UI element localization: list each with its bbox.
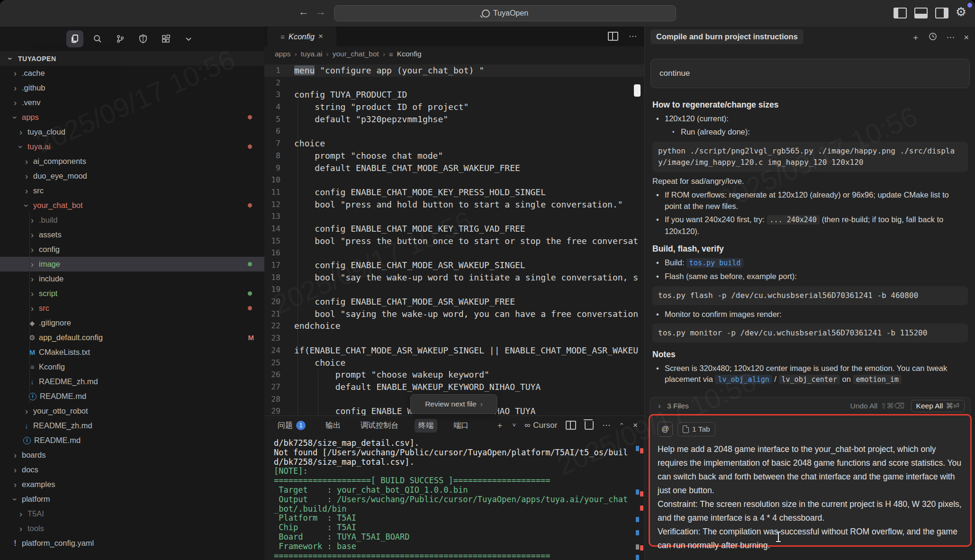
code-line-3[interactable]: 3config TUYA_PRODUCT_ID — [264, 89, 644, 101]
tree-item-.venv[interactable]: ›.venv — [0, 95, 264, 110]
tree-item-T5AI[interactable]: ›T5AI — [0, 506, 264, 521]
workspace-root-row[interactable]: › TUYAOPEN — [0, 51, 264, 66]
code-line-25[interactable]: 25 choice — [264, 357, 644, 369]
chat-input-text[interactable]: Help me add a 2048 game interface to the… — [658, 443, 963, 552]
code-line-10[interactable]: 10 — [264, 174, 644, 186]
code-line-24[interactable]: 24if(ENABLE_CHAT_MODE_ASR_WAKEUP_SINGEL … — [264, 344, 644, 357]
code-line-16[interactable]: 16 — [264, 247, 644, 259]
tree-item-your_chat_bot[interactable]: ›your_chat_bot — [0, 198, 264, 213]
toggle-secondary-sidebar-icon[interactable] — [935, 8, 948, 18]
split-terminal-icon[interactable] — [566, 421, 576, 430]
tree-item-CMakeLists.txt[interactable]: MCMakeLists.txt — [0, 345, 264, 360]
review-next-file-button[interactable]: Review next file › — [410, 394, 497, 414]
code-line-19[interactable]: 19 — [264, 283, 644, 296]
code-line-7[interactable]: 7choice — [264, 137, 644, 150]
panel-tab-问题[interactable]: 问题1 — [274, 419, 309, 433]
tree-item-ai_components[interactable]: ›ai_components — [0, 154, 264, 169]
code-line-18[interactable]: 18 bool "say the wake-up word to initiat… — [264, 271, 644, 284]
tree-item-tools[interactable]: ›tools — [0, 521, 264, 536]
history-clock-icon[interactable] — [929, 32, 937, 43]
shield-icon[interactable] — [135, 30, 152, 47]
code-line-23[interactable]: 23 — [264, 332, 644, 344]
files-count-label[interactable]: 3 Files — [667, 402, 689, 410]
tree-item-image[interactable]: ›image — [0, 257, 264, 271]
panel-more-actions-icon[interactable]: ⋯ — [602, 420, 610, 430]
panel-tab-调试控制台[interactable]: 调试控制台 — [357, 419, 402, 433]
cursor-terminal-label[interactable]: ∞ Cursor — [524, 421, 557, 430]
tree-item-tuya_cloud[interactable]: ›tuya_cloud — [0, 125, 264, 139]
undo-all-button[interactable]: Undo All⇧⌘⌫ — [850, 402, 904, 410]
tree-item-docs[interactable]: ›docs — [0, 462, 264, 477]
code-line-11[interactable]: 11 config ENABLE_CHAT_MODE_KEY_PRESS_HOL… — [264, 186, 644, 199]
settings-gear-icon[interactable]: ⚙ — [956, 5, 966, 19]
tree-item-platform[interactable]: ›platform — [0, 492, 264, 506]
code-line-4[interactable]: 4 string "product ID of project" — [264, 101, 644, 113]
tree-item-assets[interactable]: ›assets — [0, 227, 264, 242]
tree-item-RAEDME_zh.md[interactable]: ↓RAEDME_zh.md — [0, 374, 264, 389]
code-line-22[interactable]: 22endchoice — [264, 320, 644, 332]
tree-item-app_default.config[interactable]: ⚙app_default.configM — [0, 330, 264, 345]
chat-input-box[interactable]: @ 1 Tab Help me add a 2048 game interfac… — [649, 414, 972, 547]
panel-tab-端口[interactable]: 端口 — [450, 419, 472, 433]
code-editor[interactable]: 1menu "configure app (your_chat_bot) "23… — [264, 62, 644, 415]
tree-item-.cache[interactable]: ›.cache — [0, 66, 264, 81]
code-line-27[interactable]: 27 default ENABLE_WAKEUP_KEYWORD_NIHAO_T… — [264, 381, 644, 393]
code-line-17[interactable]: 17 config ENABLE_CHAT_MODE_ASR_WAKEUP_SI… — [264, 259, 644, 271]
tree-item-.gitignore[interactable]: ◆.gitignore — [0, 316, 264, 330]
tree-item-apps[interactable]: ›apps — [0, 110, 264, 125]
search-view-icon[interactable] — [89, 30, 106, 47]
code-line-1[interactable]: 1menu "configure app (your_chat_bot) " — [264, 64, 644, 77]
split-editor-icon[interactable] — [608, 32, 618, 41]
panel-tab-输出[interactable]: 输出 — [322, 419, 344, 433]
tree-item-.github[interactable]: ›.github — [0, 81, 264, 95]
code-line-8[interactable]: 8 prompt "choose chat mode" — [264, 150, 644, 162]
code-line-26[interactable]: 26 prompt "choose wakeup keyword" — [264, 369, 644, 381]
chat-title-chip[interactable]: Compile and burn project instructions — [650, 29, 803, 44]
code-line-21[interactable]: 21 bool "saying the wake-up word, you ca… — [264, 308, 644, 320]
maximize-panel-icon[interactable]: ⌃ — [619, 422, 624, 429]
tree-item-src[interactable]: ›src — [0, 301, 264, 316]
chevron-right-icon[interactable]: › — [656, 402, 663, 410]
tree-item-.build[interactable]: ›.build — [0, 213, 264, 227]
tree-item-examples[interactable]: ›examples — [0, 477, 264, 492]
close-panel-icon[interactable]: × — [633, 421, 638, 430]
code-line-6[interactable]: 6 — [264, 125, 644, 137]
tree-item-platform_config.yaml[interactable]: !platform_config.yaml — [0, 536, 264, 551]
tree-item-Kconfig[interactable]: ≡Kconfig — [0, 360, 264, 374]
nav-forward-icon[interactable]: → — [314, 6, 328, 18]
source-control-icon[interactable] — [112, 30, 129, 47]
editor-more-actions-icon[interactable]: ⋯ — [629, 31, 637, 41]
new-chat-icon[interactable]: ＋ — [911, 32, 920, 43]
new-terminal-icon[interactable]: ＋ — [496, 420, 504, 431]
code-line-13[interactable]: 13 — [264, 210, 644, 223]
tree-item-include[interactable]: ›include — [0, 271, 264, 286]
terminal-dropdown-chevron-icon[interactable]: ˅ — [513, 422, 516, 429]
code-line-20[interactable]: 20 config ENABLE_CHAT_MODE_ASR_WAKEUP_FR… — [264, 296, 644, 308]
explorer-icon[interactable] — [66, 30, 83, 47]
code-line-5[interactable]: 5 default "p320pepzvmm1ghse" — [264, 113, 644, 126]
extensions-icon[interactable] — [157, 30, 174, 47]
breadcrumb-item[interactable]: tuya.ai — [301, 50, 323, 58]
keep-all-button[interactable]: Keep All⌘⏎ — [911, 400, 965, 412]
tree-item-src[interactable]: ›src — [0, 183, 264, 198]
chat-more-actions-icon[interactable]: ⋯ — [946, 32, 955, 43]
toggle-panel-icon[interactable] — [914, 8, 928, 18]
code-line-12[interactable]: 12 bool "press and hold button to start … — [264, 199, 644, 211]
tree-item-README.md[interactable]: iREADME.md — [0, 389, 264, 404]
code-line-2[interactable]: 2 — [264, 77, 644, 89]
close-tab-icon[interactable]: × — [318, 32, 323, 41]
more-views-chevron-icon[interactable] — [180, 30, 197, 47]
tree-item-script[interactable]: ›script — [0, 286, 264, 301]
panel-tab-终端[interactable]: 终端 — [415, 419, 437, 433]
code-line-9[interactable]: 9 default ENABLE_CHAT_MODE_ASR_WAKEUP_FR… — [264, 162, 644, 174]
context-tab-chip[interactable]: 1 Tab — [677, 422, 715, 436]
code-line-15[interactable]: 15 bool "press the button once to start … — [264, 235, 644, 247]
tree-item-duo_eye_mood[interactable]: ›duo_eye_mood — [0, 169, 264, 183]
tree-item-README.md[interactable]: iREADME.md — [0, 433, 264, 448]
tab-kconfig[interactable]: ≡ Kconfig × — [267, 27, 336, 46]
tree-item-config[interactable]: ›config — [0, 242, 264, 257]
breadcrumb-item[interactable]: Kconfig — [397, 50, 422, 58]
toggle-sidebar-icon[interactable] — [894, 8, 907, 18]
code-line-14[interactable]: 14 config ENABLE_CHAT_MODE_KEY_TRIG_VAD_… — [264, 223, 644, 235]
mention-at-button[interactable]: @ — [658, 422, 673, 437]
